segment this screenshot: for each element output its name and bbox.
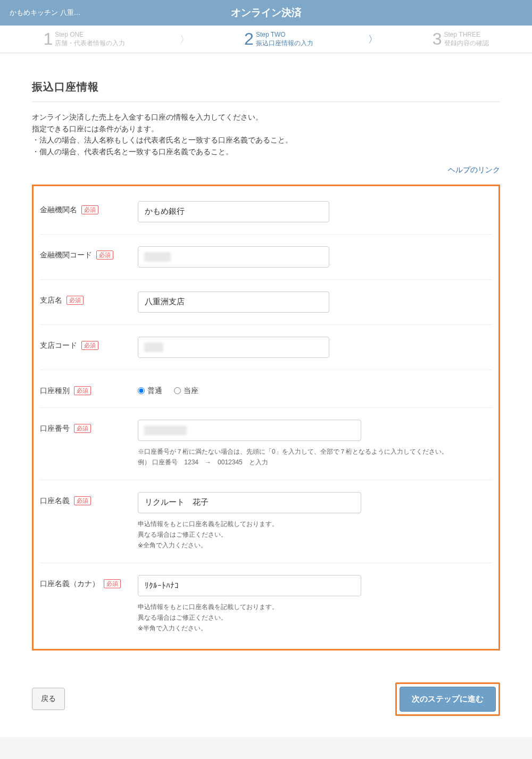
account-holder-label: 口座名義 (40, 496, 70, 506)
chevron-right-icon: 〉 (368, 33, 378, 46)
account-holder-kana-label: 口座名義（カナ） (40, 579, 99, 589)
required-badge: 必須 (81, 205, 98, 214)
account-type-futsuu[interactable]: 普通 (138, 386, 162, 396)
masked-value (144, 343, 163, 352)
step-top-label: Step ONE (55, 31, 125, 39)
account-holder-input[interactable] (138, 492, 361, 513)
branch-name-label: 支店名 (40, 296, 62, 305)
step-number: 2 (244, 29, 254, 49)
next-button-highlight: 次のステップに進む (395, 682, 500, 716)
required-badge: 必須 (96, 251, 113, 260)
bank-name-input[interactable] (138, 201, 329, 222)
required-badge: 必須 (104, 579, 121, 588)
required-badge: 必須 (74, 424, 91, 433)
bank-code-label: 金融機関コード (40, 251, 92, 260)
branch-code-input[interactable] (138, 337, 329, 358)
intro-text: オンライン決済した売上を入金する口座の情報を入力してください。 指定できる口座に… (32, 112, 500, 158)
step-three: 3 Step THREE 登録内容の確認 (433, 29, 489, 49)
required-badge: 必須 (81, 341, 98, 350)
chevron-right-icon: 〉 (180, 33, 189, 46)
account-holder-kana-input[interactable] (138, 575, 361, 596)
required-badge: 必須 (74, 496, 91, 505)
radio-touza[interactable] (174, 387, 181, 394)
step-bottom-label: 店舗・代表者情報の入力 (55, 39, 125, 48)
masked-value (144, 252, 171, 262)
help-link-wrap: ヘルプのリンク (32, 165, 500, 175)
row-account-holder: 口座名義 必須 申込情報をもとに口座名義を記載しております。 異なる場合はご修正… (40, 480, 492, 563)
next-button[interactable]: 次のステップに進む (400, 687, 496, 712)
account-type-touza[interactable]: 当座 (174, 386, 198, 396)
page-title: オンライン決済 (231, 6, 302, 20)
app-name: かもめキッチン 八重… (0, 8, 213, 18)
required-badge: 必須 (66, 296, 84, 305)
row-account-number: 口座番号 必須 ※口座番号が７桁に満たない場合は、先頭に「0」を入力して、全部で… (40, 408, 492, 480)
bank-name-label: 金融機関名 (40, 205, 77, 215)
step-top-label: Step THREE (444, 31, 489, 39)
step-top-label: Step TWO (256, 31, 313, 39)
step-two: 2 Step TWO 振込口座情報の入力 (244, 29, 313, 49)
row-branch-code: 支店コード 必須 (40, 325, 492, 370)
account-holder-note: 申込情報をもとに口座名義を記載しております。 異なる場合はご修正ください。 ※全… (138, 519, 492, 551)
step-number: 3 (433, 29, 442, 49)
account-number-note: ※口座番号が７桁に満たない場合は、先頭に「0」を入力して、全部で７桁となるように… (138, 446, 492, 468)
form-box: 金融機関名 必須 金融機関コード 必須 支店名 必須 (32, 185, 500, 650)
help-link[interactable]: ヘルプのリンク (448, 165, 500, 174)
action-bar: 戻る 次のステップに進む (32, 682, 500, 716)
branch-code-label: 支店コード (40, 341, 77, 351)
account-number-label: 口座番号 (40, 424, 70, 433)
step-number: 1 (43, 29, 53, 49)
header: かもめキッチン 八重… オンライン決済 (0, 0, 532, 26)
masked-value (144, 426, 187, 435)
back-button[interactable]: 戻る (32, 688, 65, 710)
step-one: 1 Step ONE 店舗・代表者情報の入力 (43, 29, 125, 49)
required-badge: 必須 (74, 386, 91, 395)
row-account-type: 口座種別 必須 普通 当座 (40, 370, 492, 408)
row-branch-name: 支店名 必須 (40, 280, 492, 325)
branch-name-input[interactable] (138, 291, 329, 313)
main-content: 振込口座情報 オンライン決済した売上を入金する口座の情報を入力してください。 指… (0, 53, 532, 737)
row-bank-name: 金融機関名 必須 (40, 189, 492, 235)
radio-futsuu[interactable] (138, 387, 145, 394)
section-title: 振込口座情報 (32, 80, 500, 102)
row-bank-code: 金融機関コード 必須 (40, 235, 492, 280)
step-bottom-label: 振込口座情報の入力 (256, 39, 313, 48)
account-type-label: 口座種別 (40, 386, 70, 396)
row-account-holder-kana: 口座名義（カナ） 必須 申込情報をもとに口座名義を記載しております。 異なる場合… (40, 563, 492, 646)
account-holder-kana-note: 申込情報をもとに口座名義を記載しております。 異なる場合はご修正ください。 ※半… (138, 602, 492, 634)
stepper: 1 Step ONE 店舗・代表者情報の入力 〉 2 Step TWO 振込口座… (0, 26, 532, 53)
step-bottom-label: 登録内容の確認 (444, 39, 489, 48)
